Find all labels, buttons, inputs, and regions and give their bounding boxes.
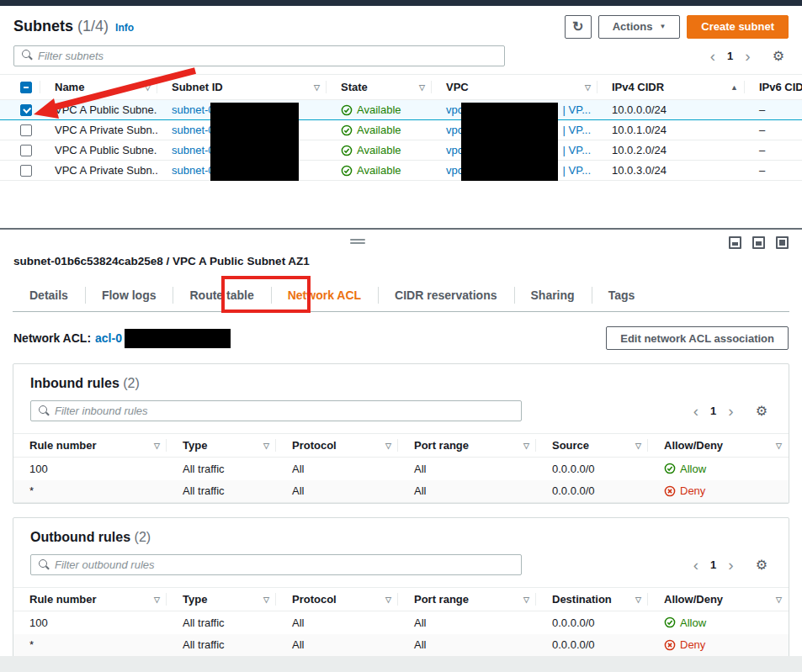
table-row[interactable]: VPC A Private Subn... subnet-0 Available… <box>0 161 802 181</box>
column-header-subnet-id[interactable]: Subnet ID▽ <box>157 75 327 100</box>
tab-sharing[interactable]: Sharing <box>514 278 592 312</box>
allow-badge: Allow <box>664 616 782 629</box>
row-checkbox[interactable] <box>20 145 32 156</box>
subnet-id-link[interactable]: subnet-0 <box>172 164 215 177</box>
subnet-id-link[interactable]: subnet-0 <box>172 144 215 156</box>
panel-bottom-icon[interactable] <box>729 236 741 249</box>
filter-triangle-icon[interactable]: ▽ <box>385 595 391 604</box>
column-header-port-range[interactable]: Port range▽ <box>398 588 536 611</box>
network-acl-link[interactable]: acl-0 <box>95 331 122 345</box>
filter-triangle-icon[interactable]: ▽ <box>419 83 425 92</box>
settings-gear-button[interactable]: ⚙ <box>752 403 772 419</box>
inbound-rules-title-text: Inbound rules <box>30 376 120 390</box>
rule-number-cell: * <box>13 634 167 657</box>
column-header-allow-deny[interactable]: Allow/Deny▽ <box>648 588 789 611</box>
filter-triangle-icon[interactable]: ▽ <box>154 595 160 604</box>
prev-page-button[interactable]: ‹ <box>706 48 720 64</box>
sort-ascending-icon[interactable]: ▲ <box>730 83 738 92</box>
column-header-ipv6-cidr[interactable]: IPv6 CIDR <box>745 75 802 100</box>
filter-triangle-icon[interactable]: ▽ <box>635 595 641 604</box>
column-header-state[interactable]: State▽ <box>327 75 432 100</box>
table-row[interactable]: * All traffic All All 0.0.0.0/0 Deny <box>13 480 789 503</box>
prev-page-button[interactable]: ‹ <box>689 403 703 419</box>
table-row[interactable]: VPC A Public Subne... subnet-0 Available… <box>0 140 802 161</box>
caret-down-icon: ▼ <box>659 24 666 30</box>
filter-triangle-icon[interactable]: ▽ <box>145 83 151 92</box>
tab-route-table[interactable]: Route table <box>173 278 270 312</box>
next-page-button[interactable]: › <box>741 48 754 64</box>
tab-details[interactable]: Details <box>13 278 85 312</box>
panel-side-icon[interactable] <box>752 236 765 249</box>
column-header-allow-deny[interactable]: Allow/Deny▽ <box>648 434 789 458</box>
column-header-protocol[interactable]: Protocol▽ <box>276 434 398 458</box>
subnets-filter[interactable] <box>13 45 505 66</box>
inbound-filter[interactable] <box>30 400 522 421</box>
filter-triangle-icon[interactable]: ▽ <box>776 595 782 604</box>
column-header-protocol[interactable]: Protocol▽ <box>276 588 398 611</box>
table-row[interactable]: * All traffic All All 0.0.0.0/0 Deny <box>13 634 789 657</box>
panel-fullscreen-icon[interactable] <box>776 236 789 249</box>
settings-gear-button[interactable]: ⚙ <box>768 48 789 64</box>
filter-triangle-icon[interactable]: ▽ <box>154 442 160 450</box>
tab-network-acl[interactable]: Network ACL <box>271 278 378 312</box>
actions-button[interactable]: Actions▼ <box>598 15 681 39</box>
tab-flow-logs[interactable]: Flow logs <box>85 278 173 312</box>
column-header-name[interactable]: Name▽ <box>40 75 157 100</box>
column-header-type[interactable]: Type▽ <box>167 588 276 611</box>
filter-triangle-icon[interactable]: ▽ <box>523 595 529 604</box>
column-header-rule-number[interactable]: Rule number▽ <box>13 588 167 611</box>
outbound-pagination: ‹ 1 › ⚙ <box>689 557 772 573</box>
column-header-port-range[interactable]: Port range▽ <box>398 434 536 458</box>
outbound-filter-input[interactable] <box>51 555 521 574</box>
filter-triangle-icon[interactable]: ▽ <box>314 83 320 92</box>
filter-triangle-icon[interactable]: ▽ <box>585 83 591 92</box>
tab-tags[interactable]: Tags <box>592 278 652 312</box>
subnet-id-link[interactable]: subnet-0 <box>172 124 215 136</box>
subnets-header-row: Name▽ Subnet ID▽ State▽ VPC▽ IPv4 CIDR▲ … <box>0 75 802 100</box>
filter-triangle-icon[interactable]: ▽ <box>263 442 269 450</box>
subnets-filter-input[interactable] <box>35 46 504 66</box>
filter-triangle-icon[interactable]: ▽ <box>776 442 782 450</box>
next-page-button[interactable]: › <box>724 557 737 573</box>
settings-gear-button[interactable]: ⚙ <box>752 557 772 573</box>
inbound-filter-input[interactable] <box>51 401 521 421</box>
create-subnet-button[interactable]: Create subnet <box>687 15 789 39</box>
inbound-rules-table: Rule number▽ Type▽ Protocol▽ Port range▽… <box>13 433 789 503</box>
outbound-rules-table: Rule number▽ Type▽ Protocol▽ Port range▽… <box>13 587 789 657</box>
port-range-cell: All <box>398 458 536 480</box>
row-checkbox[interactable] <box>20 165 32 177</box>
row-checkbox[interactable] <box>20 104 32 116</box>
column-header-vpc[interactable]: VPC▽ <box>432 75 598 100</box>
column-header-type[interactable]: Type▽ <box>167 434 276 458</box>
table-row[interactable]: VPC A Public Subne... subnet-0 Available… <box>0 100 802 120</box>
info-link[interactable]: Info <box>115 22 134 34</box>
check-circle-icon <box>664 463 676 474</box>
current-page-button[interactable]: 1 <box>723 50 737 62</box>
column-header-source[interactable]: Source▽ <box>536 434 648 458</box>
tab-cidr-reservations[interactable]: CIDR reservations <box>378 278 513 312</box>
column-header-rule-number[interactable]: Rule number▽ <box>13 434 167 458</box>
filter-triangle-icon[interactable]: ▽ <box>523 442 529 450</box>
prev-page-button[interactable]: ‹ <box>689 557 703 573</box>
current-page-button[interactable]: 1 <box>706 558 720 571</box>
row-checkbox[interactable] <box>20 124 32 136</box>
action-label: Deny <box>680 638 705 651</box>
filter-triangle-icon[interactable]: ▽ <box>635 442 641 450</box>
window-bottom-edge <box>0 656 802 672</box>
refresh-button[interactable]: ↻ <box>565 15 592 39</box>
current-page-button[interactable]: 1 <box>706 405 720 417</box>
outbound-filter[interactable] <box>30 554 522 575</box>
filter-triangle-icon[interactable]: ▽ <box>263 595 269 604</box>
column-header-ipv4-cidr[interactable]: IPv4 CIDR▲ <box>598 75 745 100</box>
next-page-button[interactable]: › <box>724 403 737 419</box>
column-header-destination[interactable]: Destination▽ <box>536 588 648 611</box>
table-row[interactable]: 100 All traffic All All 0.0.0.0/0 Allow <box>13 458 789 480</box>
filter-triangle-icon[interactable]: ▽ <box>385 442 391 450</box>
table-row[interactable]: VPC A Private Subn... subnet-0 Available… <box>0 120 802 140</box>
subnet-id-link[interactable]: subnet-0 <box>172 103 215 116</box>
table-row[interactable]: 100 All traffic All All 0.0.0.0/0 Allow <box>13 611 789 634</box>
selected-count: (1/4) <box>77 18 109 34</box>
select-all-checkbox[interactable] <box>20 82 32 93</box>
split-panel-drag-handle[interactable] <box>350 239 365 244</box>
edit-network-acl-association-button[interactable]: Edit network ACL association <box>606 326 789 350</box>
